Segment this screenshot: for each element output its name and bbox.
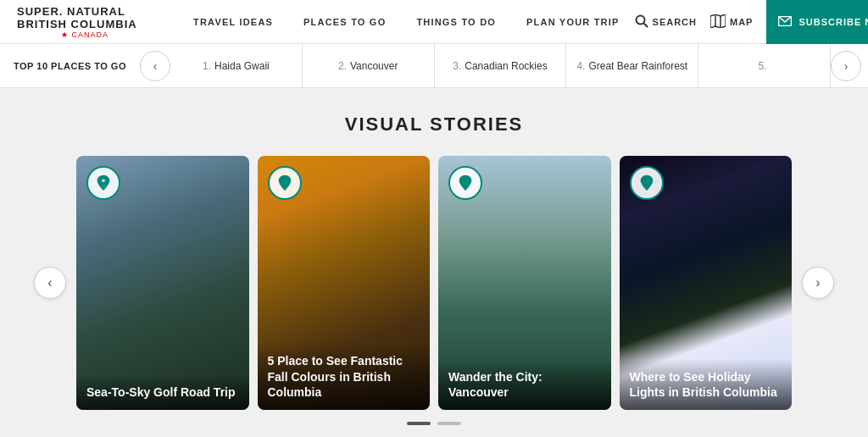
map-button[interactable]: MAP [710,14,753,30]
logo-main-text: SUPER. NATURAL BRITISH COLUMBIA [17,5,153,30]
place-num-5: 5. [759,60,767,72]
carousel-dots [34,422,834,425]
chevron-left-icon: ‹ [153,59,158,73]
dot-2[interactable] [437,422,461,425]
place-num-3: 3. [453,60,461,72]
card-3-badge [448,166,482,200]
carousel-prev-icon: ‹ [47,275,52,290]
svg-marker-2 [710,14,726,28]
place-name-4: Great Bear Rainforest [588,60,687,72]
card-4[interactable]: Where to See Holiday Lights in British C… [620,156,793,410]
svg-point-0 [636,15,644,24]
card-2-badge [268,166,302,200]
places-bar-label: TOP 10 PLACES TO GO [0,61,140,71]
card-3-title: Wander the City: Vancouver [448,369,601,400]
search-label: SEARCH [653,17,697,27]
header: SUPER. NATURAL BRITISH COLUMBIA ★ CANADA… [0,0,868,44]
header-actions: SEARCH MAP SUBSCRIBE NOW [635,0,868,44]
place-item-5[interactable]: 5. [698,44,831,87]
card-1-title: Sea-To-Sky Golf Road Trip [86,384,239,400]
place-name-2: Vancouver [350,60,398,72]
card-3[interactable]: Wander the City: Vancouver [438,156,611,410]
chevron-right-icon: › [844,59,849,73]
main-nav: TRAVEL IDEAS PLACES TO GO THINGS TO DO P… [178,0,635,44]
section-title: VISUAL STORIES [34,113,834,136]
logo-sub-text: ★ CANADA [17,30,153,39]
card-1[interactable]: Sea-To-Sky Golf Road Trip [76,156,249,410]
cards-wrapper: ‹ Sea-To-Sky Golf Road Trip [34,156,834,410]
top-places-bar: TOP 10 PLACES TO GO ‹ 1. Haida Gwaii 2. … [0,44,868,88]
nav-things-to-do[interactable]: THINGS TO DO [401,0,511,44]
places-bar-next[interactable]: › [831,51,861,81]
place-item-2[interactable]: 2. Vancouver [303,44,435,87]
subscribe-button[interactable]: SUBSCRIBE NOW [766,0,868,44]
mail-icon [778,16,792,28]
card-2[interactable]: 5 Place to See Fantastic Fall Colours in… [258,156,431,410]
site-logo[interactable]: SUPER. NATURAL BRITISH COLUMBIA ★ CANADA [17,5,153,39]
dot-1[interactable] [407,422,431,425]
carousel-next-button[interactable]: › [802,267,834,299]
places-bar-items: 1. Haida Gwaii 2. Vancouver 3. Canadian … [170,44,831,87]
main-content: VISUAL STORIES ‹ Sea-To-Sky Golf Road Tr… [0,88,868,437]
card-4-title: Where to See Holiday Lights in British C… [630,369,782,400]
card-3-caption: Wander the City: Vancouver [438,359,611,410]
nav-travel-ideas[interactable]: TRAVEL IDEAS [178,0,288,44]
card-2-caption: 5 Place to See Fantastic Fall Colours in… [258,343,431,410]
card-1-badge [86,166,120,200]
carousel-next-icon: › [815,275,820,290]
card-4-badge [630,166,664,200]
carousel-prev-button[interactable]: ‹ [34,267,66,299]
search-icon [635,14,648,30]
subscribe-label: SUBSCRIBE NOW [798,17,868,27]
place-item-4[interactable]: 4. Great Bear Rainforest [566,44,698,87]
map-icon [710,14,726,30]
svg-line-1 [643,23,648,27]
card-2-title: 5 Place to See Fantastic Fall Colours in… [268,353,420,400]
map-label: MAP [730,17,753,27]
search-button[interactable]: SEARCH [635,14,697,30]
nav-plan-your-trip[interactable]: PLAN YOUR TRIP [511,0,635,44]
place-item-1[interactable]: 1. Haida Gwaii [170,44,303,87]
card-1-caption: Sea-To-Sky Golf Road Trip [76,374,249,410]
place-name-3: Canadian Rockies [465,60,547,72]
place-num-1: 1. [203,60,211,72]
cards-container: Sea-To-Sky Golf Road Trip 5 Place to See… [66,156,802,410]
place-num-2: 2. [338,60,347,72]
place-num-4: 4. [576,60,585,72]
places-bar-prev[interactable]: ‹ [140,51,170,81]
card-4-caption: Where to See Holiday Lights in British C… [620,359,793,410]
nav-places-to-go[interactable]: PLACES TO GO [288,0,401,44]
place-item-3[interactable]: 3. Canadian Rockies [435,44,567,87]
place-name-1: Haida Gwaii [214,60,270,72]
